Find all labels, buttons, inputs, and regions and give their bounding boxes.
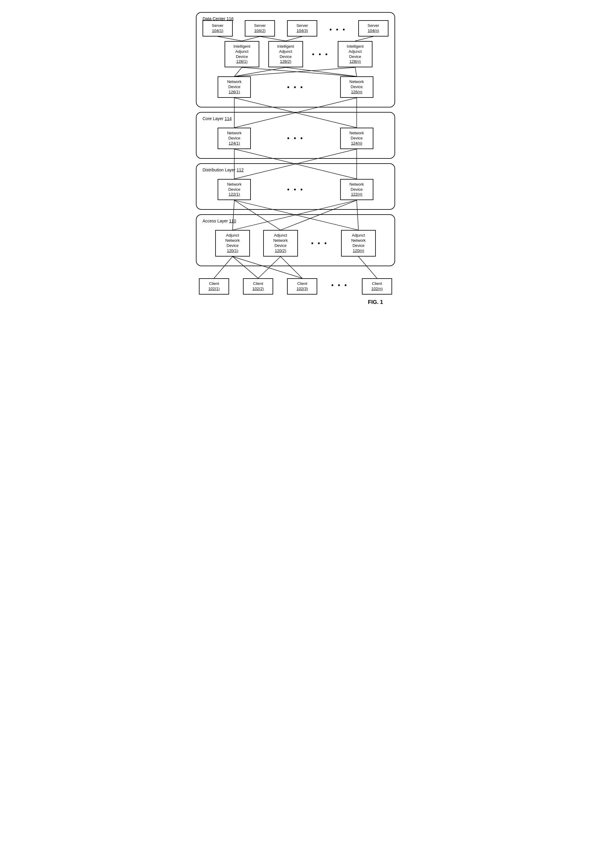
core-layer-label: Core Layer 114 [202,116,232,121]
nd-122-n: NetworkDevice122(n) [340,179,373,201]
distribution-layer: Distribution Layer 112 NetworkDevice122(… [196,163,395,210]
and-120-1: AdjunctNetworkDevice120(1) [215,230,250,257]
server-n: Server104(n) [358,20,389,37]
nd-122-1: NetworkDevice122(1) [218,179,251,201]
client-n: Client102(n) [362,278,392,295]
nd-124-n: NetworkDevice124(n) [340,128,373,149]
client-ellipsis: • • • [331,278,348,289]
figure-label: FIG. 1 [196,299,395,306]
nd-126-1: NetworkDevice126(1) [218,76,251,98]
nd-124-1: NetworkDevice124(1) [218,128,251,149]
client-1: Client102(1) [199,278,229,295]
nd126-ellipsis: • • • [287,76,304,98]
iad-1: IntelligentAdjunctDevice128(1) [225,41,259,68]
client-2: Client102(2) [243,278,273,295]
and-120-2: AdjunctNetworkDevice120(2) [263,230,298,257]
access-layer-label: Access Layer 110 [202,218,236,223]
nd124-ellipsis: • • • [287,128,304,149]
server-2: Server104(2) [245,20,275,37]
iad-ellipsis: • • • [312,41,329,68]
data-center-label: Data Center 116 [202,16,233,21]
access-layer: Access Layer 110 AdjunctNetworkDevice120… [196,214,395,266]
client-3: Client102(3) [287,278,317,295]
iad-n: IntelligentAdjunctDevice128(n) [338,41,372,68]
and-120-n: AdjunctNetworkDevice120(n) [341,230,376,257]
distribution-layer-label: Distribution Layer 112 [202,167,244,172]
iad-2: IntelligentAdjunctDevice128(2) [268,41,303,68]
data-center-layer: Data Center 116 Server104(1) Server104(2… [196,12,395,108]
nd-126-n: NetworkDevice126(n) [340,76,373,98]
diagram-container: Data Center 116 Server104(1) Server104(2… [190,6,401,311]
nd122-ellipsis: • • • [287,179,304,201]
server-3: Server104(3) [287,20,317,37]
server-ellipsis: • • • [329,26,346,37]
server-1: Server104(1) [202,20,233,37]
and120-ellipsis: • • • [311,230,328,257]
core-layer: Core Layer 114 NetworkDevice124(1) • • •… [196,112,395,159]
